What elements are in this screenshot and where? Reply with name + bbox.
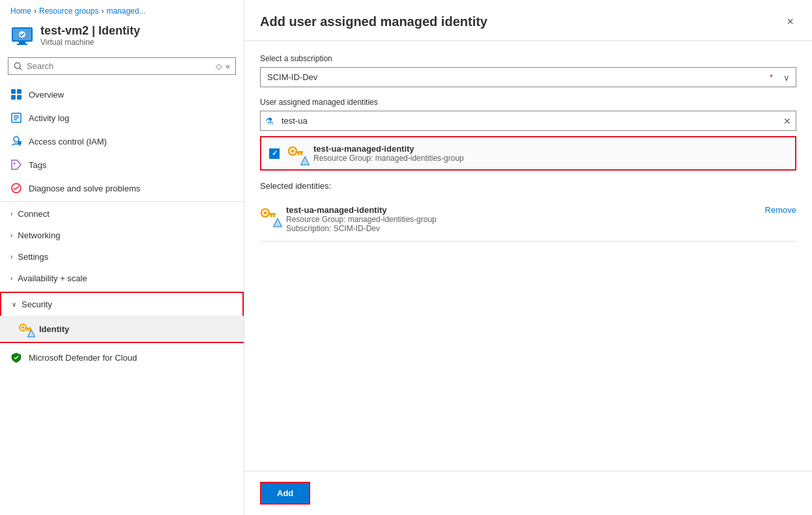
svg-rect-40 [273, 215, 275, 217]
required-star: * [770, 72, 773, 82]
identity-icon [18, 322, 33, 336]
tags-label: Tags [29, 160, 46, 170]
sidebar-item-access-control[interactable]: Access control (IAM) [0, 130, 244, 153]
collapse-icon[interactable]: « [225, 62, 230, 71]
svg-rect-8 [17, 89, 22, 94]
activity-log-label: Activity log [29, 113, 69, 123]
breadcrumb-resource-groups[interactable]: Resource groups [39, 7, 98, 16]
svg-marker-36 [301, 157, 309, 165]
vm-name: test-vm2 | Identity [40, 24, 140, 38]
breadcrumb-home[interactable]: Home [10, 7, 31, 16]
close-button[interactable]: × [784, 13, 796, 30]
sidebar-item-networking[interactable]: › Networking [0, 225, 244, 246]
sidebar-item-tags[interactable]: Tags [0, 153, 244, 176]
selected-identity-item: test-ua-managed-identity Resource Group:… [260, 197, 796, 242]
availability-chevron-icon: › [10, 275, 12, 282]
sidebar-item-overview[interactable]: Overview [0, 83, 244, 106]
diagnose-label: Diagnose and solve problems [29, 184, 140, 193]
list-item-name: test-ua-managed-identity [313, 144, 414, 154]
sidebar-item-security[interactable]: ∨ Security [1, 293, 242, 316]
svg-rect-32 [295, 151, 303, 153]
svg-point-31 [291, 149, 295, 152]
defender-icon [10, 352, 22, 363]
vm-type: Virtual machine [40, 38, 140, 47]
list-item-icon [287, 145, 306, 163]
access-icon [10, 135, 22, 147]
selected-identities-label: Selected identities: [260, 181, 796, 191]
security-label: Security [22, 299, 52, 309]
svg-line-21 [14, 188, 15, 189]
panel-body: Select a subscription SCIM-ID-Dev ∨ * Us… [244, 41, 812, 471]
security-chevron-icon: ∨ [12, 301, 16, 308]
sidebar-item-activity-log[interactable]: Activity log [0, 106, 244, 130]
svg-point-24 [22, 326, 24, 329]
main-panel: Add user assigned managed identity × Sel… [244, 0, 812, 515]
svg-rect-9 [11, 95, 16, 100]
selected-item-details: test-ua-managed-identity Resource Group:… [286, 205, 757, 233]
sidebar-item-identity[interactable]: Identity [0, 316, 244, 342]
breadcrumb: Home › Resource groups › managed... [0, 0, 244, 20]
svg-rect-41 [270, 215, 272, 217]
identity-label: Identity [39, 324, 69, 334]
search-icon [14, 62, 23, 71]
subscription-select-wrapper: SCIM-ID-Dev ∨ * [260, 67, 796, 87]
selected-item-icon [260, 206, 278, 225]
list-item-resource-group: Resource Group: managed-identities-group [313, 154, 464, 163]
filter-icon: ⚗ [265, 116, 274, 126]
networking-chevron-icon: › [10, 232, 12, 239]
svg-rect-10 [17, 95, 22, 100]
overview-label: Overview [29, 90, 64, 100]
svg-point-19 [14, 163, 16, 165]
identities-label: User assigned managed identities [260, 98, 796, 107]
sidebar-item-connect[interactable]: › Connect [0, 203, 244, 225]
add-button[interactable]: Add [260, 482, 310, 505]
subscription-select[interactable]: SCIM-ID-Dev [260, 67, 796, 87]
svg-rect-7 [11, 89, 16, 94]
connect-label: Connect [18, 209, 49, 219]
overview-icon [10, 89, 22, 100]
security-section: ∨ Security Identity [0, 292, 244, 343]
filter-icon[interactable]: ◇ [216, 62, 222, 71]
availability-label: Availability + scale [18, 273, 87, 283]
search-input[interactable] [27, 61, 212, 71]
svg-rect-34 [298, 153, 300, 156]
search-box[interactable]: ◇ « [8, 57, 236, 75]
svg-point-5 [14, 63, 20, 68]
selected-item-sub: Subscription: SCIM-ID-Dev [286, 224, 757, 233]
identity-list-item[interactable]: test-ua-managed-identity Resource Group:… [260, 136, 796, 171]
panel-title: Add user assigned managed identity [260, 14, 487, 29]
svg-marker-29 [28, 330, 35, 337]
sidebar-item-diagnose[interactable]: Diagnose and solve problems [0, 176, 244, 200]
filter-input[interactable] [260, 111, 796, 131]
tags-icon [10, 159, 22, 171]
vm-icon [10, 23, 34, 47]
settings-label: Settings [18, 252, 48, 262]
diagnose-icon [10, 182, 22, 194]
filter-clear-icon[interactable]: ✕ [783, 116, 791, 126]
sidebar-item-availability[interactable]: › Availability + scale [0, 268, 244, 289]
remove-link[interactable]: Remove [765, 205, 796, 215]
list-item-details: test-ua-managed-identity Resource Group:… [313, 144, 464, 163]
filter-input-wrapper: ⚗ ✕ [260, 111, 796, 131]
vm-header: test-vm2 | Identity Virtual machine [0, 20, 244, 55]
connect-chevron-icon: › [10, 210, 12, 217]
svg-rect-39 [268, 213, 276, 215]
panel-header: Add user assigned managed identity × [244, 0, 812, 41]
defender-label: Microsoft Defender for Cloud [29, 353, 137, 363]
identity-checkbox[interactable] [269, 148, 280, 159]
sidebar-item-defender[interactable]: Microsoft Defender for Cloud [0, 346, 244, 369]
svg-rect-3 [17, 44, 27, 45]
sidebar-item-settings[interactable]: › Settings [0, 246, 244, 268]
sidebar: Home › Resource groups › managed... test… [0, 0, 244, 515]
selected-item-name: test-ua-managed-identity [286, 205, 387, 215]
subscription-label: Select a subscription [260, 54, 796, 63]
svg-marker-43 [274, 219, 282, 227]
networking-label: Networking [18, 230, 60, 240]
breadcrumb-managed[interactable]: managed... [106, 7, 145, 16]
svg-line-6 [20, 68, 22, 70]
svg-point-38 [264, 212, 267, 215]
svg-line-22 [15, 186, 19, 189]
activity-icon [10, 112, 22, 124]
selected-item-rg: Resource Group: managed-identities-group [286, 215, 757, 224]
panel-footer: Add [244, 471, 812, 515]
